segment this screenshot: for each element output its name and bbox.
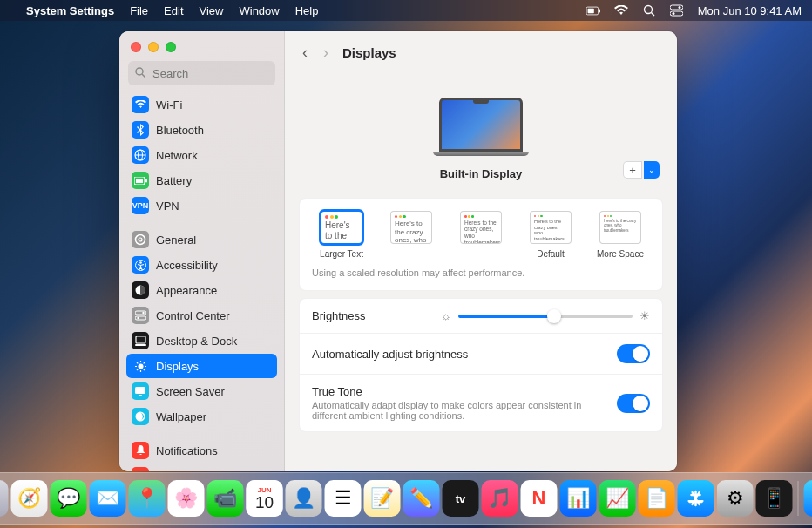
dock-safari[interactable]: 🧭 [11, 480, 48, 517]
app-menu[interactable]: System Settings [26, 4, 114, 17]
sidebar: Wi-FiBluetoothNetworkBatteryVPNVPNGenera… [119, 31, 285, 471]
dock-messages[interactable]: 💬 [51, 480, 87, 517]
dock-news[interactable]: N [521, 480, 558, 517]
sidebar-item-label: Wi-Fi [156, 98, 182, 112]
svg-point-3 [644, 6, 652, 14]
svg-point-17 [136, 235, 145, 245]
sidebar-item-accessibility[interactable]: Accessibility [126, 253, 277, 277]
menu-help[interactable]: Help [295, 4, 319, 17]
add-display-button[interactable]: + [623, 161, 642, 179]
sidebar-item-network[interactable]: Network [126, 143, 277, 167]
resolution-option-1[interactable]: Here's to the crazy ones, who troublemak… [382, 211, 441, 259]
resolution-option-label: Larger Text [312, 249, 371, 259]
sidebar-item-label: Battery [156, 174, 192, 187]
sidebar-item-label: Displays [156, 360, 199, 373]
wp-icon [132, 408, 149, 425]
acc-icon [132, 256, 149, 274]
dock-keynote[interactable]: 📊 [560, 480, 597, 517]
sidebar-item-label: Control Center [156, 309, 230, 322]
sidebar-item-displays[interactable]: Displays [126, 354, 277, 378]
battery-status-icon[interactable] [586, 3, 600, 17]
resolution-option-2[interactable]: Here's to the crazy ones, who troublemak… [451, 211, 511, 259]
back-button[interactable]: ‹ [301, 42, 309, 64]
sidebar-item-screen-saver[interactable]: Screen Saver [126, 379, 277, 403]
svg-rect-37 [135, 387, 145, 394]
settings-window: Wi-FiBluetoothNetworkBatteryVPNVPNGenera… [119, 31, 677, 471]
resolution-panel: Here's to the crazy ones, who troublemak… [299, 198, 663, 291]
menu-view[interactable]: View [200, 4, 224, 17]
close-button[interactable] [131, 42, 141, 52]
cc-icon [132, 307, 149, 324]
zoom-button[interactable] [166, 42, 176, 52]
dock-numbers[interactable]: 📈 [599, 480, 636, 517]
minimize-button[interactable] [148, 42, 159, 52]
resolution-option-label: More Space [591, 249, 650, 259]
resolution-note: Using a scaled resolution may affect per… [300, 267, 662, 290]
svg-rect-1 [587, 8, 593, 13]
resolution-option-4[interactable]: Here's to the crazy ones, who troublemak… [591, 211, 650, 259]
dock-freeform[interactable]: ✏️ [403, 480, 440, 517]
sidebar-item-general[interactable]: General [126, 227, 277, 252]
sidebar-item-label: Appearance [156, 284, 217, 297]
window-controls [119, 31, 284, 61]
sidebar-item-desktop-dock[interactable]: Desktop & Dock [126, 328, 277, 353]
search-field[interactable] [128, 61, 275, 85]
dock-facetime[interactable]: 📹 [207, 480, 244, 517]
brightness-slider[interactable] [458, 315, 633, 318]
sidebar-item-wi-fi[interactable]: Wi-Fi [126, 92, 277, 117]
dock-pages[interactable]: 📄 [639, 480, 675, 517]
dock-contacts[interactable]: 👤 [286, 480, 322, 517]
dock-photos[interactable]: 🌸 [168, 480, 205, 517]
add-display-dropdown[interactable]: ⌄ [644, 161, 660, 179]
wifi-status-icon[interactable] [614, 3, 628, 17]
sidebar-item-appearance[interactable]: Appearance [126, 278, 277, 302]
ss-icon [132, 382, 149, 400]
dock-downloads[interactable]: ⬇ [804, 480, 813, 517]
auto-brightness-toggle[interactable] [617, 344, 650, 363]
vpn-icon: VPN [132, 197, 149, 214]
spotlight-icon[interactable] [642, 3, 656, 17]
menu-edit[interactable]: Edit [164, 4, 183, 17]
sidebar-item-bluetooth[interactable]: Bluetooth [126, 118, 277, 142]
dock-tv[interactable]: tv [443, 480, 479, 517]
dock-iphone[interactable]: 📱 [756, 480, 793, 517]
resolution-option-0[interactable]: Here's to the crazy ones, who troublemak… [312, 211, 371, 259]
menu-window[interactable]: Window [239, 4, 279, 17]
brightness-row: Brightness ☼ ☀ [300, 299, 662, 333]
sidebar-item-label: Accessibility [156, 259, 218, 272]
laptop-icon[interactable] [433, 98, 529, 160]
sidebar-item-wallpaper[interactable]: Wallpaper [126, 404, 277, 429]
sidebar-item-control-center[interactable]: Control Center [126, 303, 277, 328]
dock-launchpad[interactable]: ▦ [0, 480, 9, 517]
main-panel: ‹ › Displays Built-in Display + ⌄ Here's… [285, 31, 677, 471]
dock-settings[interactable]: ⚙ [717, 480, 754, 517]
sun-dim-icon: ☼ [441, 309, 451, 322]
dock-music[interactable]: 🎵 [482, 480, 518, 517]
svg-point-25 [137, 317, 139, 319]
brightness-label: Brightness [312, 309, 365, 322]
dock-reminders[interactable]: ☰ [325, 480, 362, 517]
control-center-icon[interactable] [670, 3, 684, 17]
svg-line-10 [142, 74, 145, 78]
menu-file[interactable]: File [130, 4, 148, 17]
svg-rect-2 [599, 9, 600, 12]
toolbar: ‹ › Displays [285, 31, 677, 73]
disp-icon [132, 357, 149, 375]
true-tone-label: True Tone [312, 385, 608, 398]
dock-appstore[interactable] [678, 480, 714, 517]
true-tone-toggle[interactable] [617, 394, 650, 413]
resolution-option-3[interactable]: Here's to the crazy ones, who troublemak… [521, 211, 580, 259]
sidebar-item-vpn[interactable]: VPNVPN [126, 193, 277, 218]
search-input[interactable] [128, 61, 275, 85]
app-icon [132, 281, 149, 299]
dock-notes[interactable]: 📝 [364, 480, 401, 517]
sidebar-item-battery[interactable]: Battery [126, 168, 277, 193]
sidebar-item-notifications[interactable]: Notifications [126, 438, 277, 463]
dock-mail[interactable]: ✉️ [90, 480, 126, 517]
dock-maps[interactable]: 📍 [129, 480, 166, 517]
clock[interactable]: Mon Jun 10 9:41 AM [698, 4, 802, 17]
sidebar-item-label: Desktop & Dock [156, 335, 237, 348]
snd-icon [132, 467, 149, 471]
sidebar-item-sound[interactable]: Sound [126, 464, 277, 471]
dock-calendar[interactable]: JUN10 [247, 480, 283, 517]
